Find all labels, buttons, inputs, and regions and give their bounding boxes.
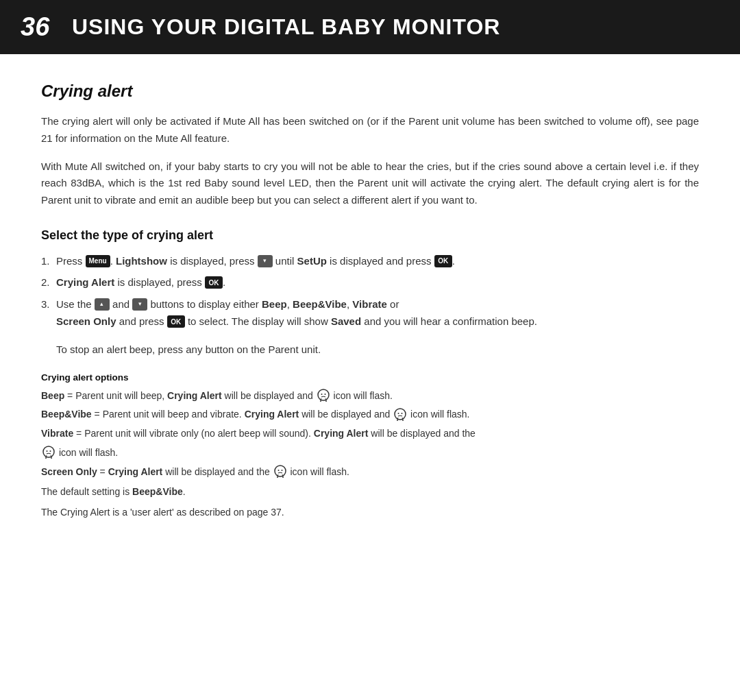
down-arrow-icon-2: ▾ xyxy=(132,298,147,311)
intro-paragraph-1: The crying alert will only be activated … xyxy=(41,113,699,147)
page-header: 36 USING YOUR DIGITAL BABY MONITOR xyxy=(0,0,740,54)
svg-point-12 xyxy=(397,420,398,421)
section-title: Crying alert xyxy=(41,82,699,101)
step-3-text: Use the ▴ and ▾ buttons to display eithe… xyxy=(56,298,537,328)
option-beep: Beep = Parent unit will beep, Crying Ale… xyxy=(41,388,699,405)
up-arrow-icon: ▴ xyxy=(95,298,110,311)
svg-point-13 xyxy=(402,420,404,421)
step-2-num: 2. xyxy=(41,274,50,291)
step-3: 3. Use the ▴ and ▾ buttons to display ei… xyxy=(41,295,699,330)
svg-point-27 xyxy=(282,476,284,478)
option-beep-crying-alert: Crying Alert xyxy=(167,390,222,401)
page-number: 36 xyxy=(21,12,58,42)
cry-icon-2 xyxy=(393,407,408,422)
beep-text: Beep xyxy=(262,298,287,310)
svg-point-20 xyxy=(51,457,52,459)
svg-point-9 xyxy=(402,413,403,414)
step-1-num: 1. xyxy=(41,252,50,270)
step-1: 1. Press Menu. Lightshow is displayed, p… xyxy=(41,252,699,270)
svg-point-16 xyxy=(50,450,51,452)
page-content: Crying alert The crying alert will only … xyxy=(0,75,740,548)
svg-point-23 xyxy=(281,470,282,471)
svg-point-1 xyxy=(321,394,322,395)
menu-button-icon: Menu xyxy=(86,255,110,267)
svg-point-6 xyxy=(325,400,327,402)
ok-button-icon-2: OK xyxy=(205,276,223,289)
option-vibrate-label: Vibrate xyxy=(41,428,73,439)
cry-icon-3 xyxy=(41,445,56,460)
option-screenonly: Screen Only = Crying Alert will be displ… xyxy=(41,464,699,481)
svg-point-0 xyxy=(318,389,329,400)
option-beep-label: Beep xyxy=(41,390,64,401)
crying-alert-text: Crying Alert xyxy=(56,276,114,288)
steps-list: 1. Press Menu. Lightshow is displayed, p… xyxy=(41,252,699,330)
cry-icon-1 xyxy=(316,388,331,403)
crying-options-section: Crying alert options Beep = Parent unit … xyxy=(41,372,699,522)
setup-text: SetUp xyxy=(297,255,327,267)
default-setting-end: . xyxy=(183,486,186,497)
option-vibrate-crying-alert: Crying Alert xyxy=(314,428,369,439)
intro-paragraph-2: With Mute All switched on, if your baby … xyxy=(41,158,699,209)
svg-point-22 xyxy=(278,470,279,471)
ok-button-icon-1: OK xyxy=(434,255,452,267)
step-2: 2. Crying Alert is displayed, press OK. xyxy=(41,274,699,291)
svg-point-8 xyxy=(398,413,399,414)
step-3-num: 3. xyxy=(41,295,50,313)
cry-icon-4 xyxy=(273,464,288,479)
option-beepvibe-label: Beep&Vibe xyxy=(41,409,92,420)
svg-point-26 xyxy=(277,476,278,478)
svg-point-2 xyxy=(324,394,325,395)
default-setting-line: The default setting is Beep&Vibe. xyxy=(41,484,699,500)
svg-point-21 xyxy=(275,466,286,476)
default-setting-text: The default setting is xyxy=(41,486,132,497)
step-1-text: Press Menu. Lightshow is displayed, pres… xyxy=(56,255,455,267)
screen-only-text: Screen Only xyxy=(56,315,116,327)
ok-button-icon-3: OK xyxy=(167,315,185,328)
user-alert-line: The Crying Alert is a 'user alert' as de… xyxy=(41,505,699,521)
saved-text: Saved xyxy=(331,315,361,327)
vibrate-text: Vibrate xyxy=(352,298,387,310)
option-screenonly-label: Screen Only xyxy=(41,466,97,477)
stop-alert-text: To stop an alert beep, press any button … xyxy=(41,341,699,359)
svg-point-15 xyxy=(47,450,48,452)
option-beepvibe: Beep&Vibe = Parent unit will beep and vi… xyxy=(41,407,699,423)
svg-point-7 xyxy=(395,409,406,420)
option-vibrate: Vibrate = Parent unit will vibrate only … xyxy=(41,426,699,442)
step-2-text: Crying Alert is displayed, press OK. xyxy=(56,276,225,288)
down-arrow-icon: ▾ xyxy=(258,255,273,267)
crying-options-title: Crying alert options xyxy=(41,372,699,383)
svg-point-5 xyxy=(320,400,321,402)
option-vibrate-line2: icon will flash. xyxy=(41,445,699,461)
lightshow-text: Lightshow xyxy=(116,255,167,267)
svg-point-19 xyxy=(45,457,47,459)
svg-point-14 xyxy=(43,446,54,457)
default-setting-bold: Beep&Vibe xyxy=(132,486,183,497)
header-title: USING YOUR DIGITAL BABY MONITOR xyxy=(72,14,500,40)
beepvibe-text: Beep&Vibe xyxy=(293,298,347,310)
subsection-title: Select the type of crying alert xyxy=(41,228,699,243)
option-screenonly-crying-alert: Crying Alert xyxy=(108,466,163,477)
option-beepvibe-crying-alert: Crying Alert xyxy=(245,409,299,420)
